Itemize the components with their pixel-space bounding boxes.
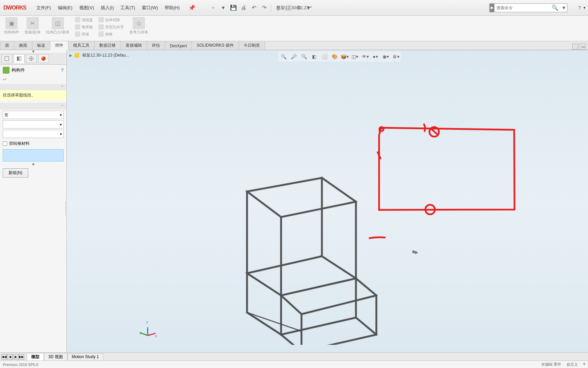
main-area: 构构件 ? ⮐ ⌃ 径选择草图线段。 ⌃ 宽▾ ▾ ▾ 部转移材料 新组(N) …: [0, 50, 588, 352]
panel-header: 构构件 ?: [0, 65, 66, 76]
menu-file[interactable]: 文件(F): [33, 3, 54, 13]
tab-face[interactable]: 面: [0, 41, 14, 50]
property-manager: 构构件 ? ⮐ ⌃ 径选择草图线段。 ⌃ 宽▾ ▾ ▾ 部转移材料 新组(N): [0, 50, 67, 352]
ref-geom-icon: ◇: [133, 17, 145, 29]
redo-icon[interactable]: ↷: [259, 3, 269, 13]
side-tab-property-mgr[interactable]: [14, 54, 24, 63]
tab-sw-addins[interactable]: SOLIDWORKS 插件: [192, 41, 239, 50]
section-header-1[interactable]: ⌃: [0, 84, 66, 90]
size-dropdown[interactable]: ▾: [3, 130, 64, 138]
x-label: x: [155, 334, 157, 338]
new-doc-icon[interactable]: ▫: [208, 3, 218, 13]
tab-weldments[interactable]: 焊件: [50, 41, 68, 50]
selection-box[interactable]: [3, 149, 64, 162]
feature-tabs: 面 曲面 钣金 焊件 模具工具 数据迁移 直接编辑 评估 DimXpert SO…: [0, 41, 588, 50]
bottom-tab-model[interactable]: 模型: [27, 353, 44, 361]
panel-message: 径选择草图线段。: [0, 90, 66, 100]
print-icon[interactable]: 🖨: [239, 3, 248, 13]
weld-bead-icon: [75, 31, 80, 37]
ribbon-structural-member[interactable]: ▣ 结构构件: [1, 16, 22, 40]
extrude-cut-icon: [98, 17, 104, 22]
tab-direct-edit[interactable]: 直接编辑: [120, 41, 147, 50]
hole-wizard-icon: [98, 24, 104, 30]
bottom-tab-bar: ◀◀ ◀ ▶ ▶▶ 模型 3D 视图 Motion Study 1: [0, 352, 588, 361]
ribbon-ref-geom[interactable]: ◇ 参考几何体: [127, 16, 151, 40]
tabs-expand-icon[interactable]: ⬜: [572, 44, 578, 50]
side-tab-feature-tree[interactable]: [1, 54, 12, 63]
main-menu: 文件(F) 编辑(E) 视图(V) 插入(I) 工具(T) 窗口(W) 帮助(H…: [33, 3, 183, 13]
dropdown-icon: ▾: [60, 132, 62, 136]
panel-title: 构构件: [12, 67, 61, 73]
tab-nav-last-icon[interactable]: ▶▶: [19, 354, 24, 359]
ribbon-weld-bead[interactable]: 焊缝: [74, 31, 94, 37]
ribbon-extrude-boss[interactable]: ◫ 拉伸凸台/基体: [43, 16, 72, 40]
app-logo: DWORKS: [0, 5, 30, 11]
menu-tools[interactable]: 工具(T): [117, 3, 138, 13]
command-search[interactable]: ▶ 🔍 ▾: [489, 3, 568, 12]
orientation-triad[interactable]: x y z: [142, 322, 159, 339]
title-bar: DWORKS 文件(F) 编辑(E) 视图(V) 插入(I) 工具(T) 窗口(…: [0, 0, 588, 16]
panel-help-icon[interactable]: ?: [61, 67, 64, 73]
help-dropdown-icon[interactable]: ▾: [584, 6, 585, 10]
menu-insert[interactable]: 插入(I): [97, 3, 117, 13]
search-dropdown-icon[interactable]: ▾: [560, 4, 567, 11]
tab-nav-next-icon[interactable]: ▶: [13, 354, 18, 359]
tab-surface[interactable]: 曲面: [14, 41, 32, 50]
menu-help[interactable]: 帮助(H): [161, 3, 183, 13]
standard-dropdown[interactable]: 宽▾: [3, 111, 64, 119]
x-axis: [148, 333, 156, 336]
svg-point-8: [44, 59, 45, 60]
tab-data-migration[interactable]: 数据迁移: [94, 41, 121, 50]
ribbon-gusset[interactable]: 角撑板: [74, 24, 94, 30]
tab-nav-prev-icon[interactable]: ◀: [7, 354, 13, 359]
ribbon-chamfer[interactable]: 倒角: [97, 31, 125, 37]
pin-icon[interactable]: 📌: [186, 3, 198, 12]
section-header-2[interactable]: ⌃: [0, 103, 66, 109]
open-doc-icon[interactable]: ▾: [218, 3, 228, 13]
y-label: y: [140, 331, 141, 335]
chevron-up-icon[interactable]: ⌃: [61, 85, 64, 89]
side-tab-appearance[interactable]: [38, 54, 49, 63]
search-magnify-icon[interactable]: 🔍: [550, 4, 560, 11]
pin-back-icon[interactable]: ⮐: [0, 76, 66, 82]
dropdown-icon: ▾: [60, 122, 62, 127]
tab-dimxpert[interactable]: DimXpert: [165, 42, 192, 50]
save-icon[interactable]: 💾: [229, 3, 238, 13]
trim-extend-icon: ✂: [27, 17, 39, 29]
search-menu-icon[interactable]: ▶: [490, 4, 494, 12]
ribbon-end-cap[interactable]: 顶端盖: [74, 16, 94, 23]
menu-edit[interactable]: 编辑(E): [54, 3, 76, 13]
search-input[interactable]: [494, 5, 550, 10]
tabs-close-icon[interactable]: ▭: [580, 44, 586, 50]
menu-window[interactable]: 窗口(W): [138, 3, 161, 13]
bottom-tab-motion[interactable]: Motion Study 1: [67, 353, 103, 360]
new-group-button[interactable]: 新组(N): [3, 168, 28, 178]
panel-divider[interactable]: [0, 163, 66, 166]
structural-member-icon: ▣: [5, 17, 18, 29]
ribbon-extrude-cut[interactable]: 拉伸切除: [97, 16, 125, 23]
ribbon-hole-wizard[interactable]: 异型孔向导: [97, 24, 125, 30]
tab-mold-tools[interactable]: 模具工具: [68, 41, 95, 50]
svg-rect-0: [5, 57, 9, 61]
undo-icon[interactable]: ↶: [249, 3, 259, 13]
chevron-up-icon[interactable]: ⌃: [61, 104, 64, 108]
panel-width-handle-top[interactable]: [0, 50, 66, 53]
svg-rect-2: [19, 57, 21, 61]
ribbon-trim-extend[interactable]: ✂ 剪裁/延伸: [22, 16, 43, 40]
extrude-boss-icon: ◫: [52, 17, 64, 29]
z-label: z: [146, 320, 148, 324]
transfer-material-input[interactable]: [3, 141, 7, 146]
menu-view[interactable]: 视图(V): [76, 3, 97, 13]
side-tab-config[interactable]: [26, 54, 37, 63]
transfer-material-checkbox[interactable]: 部转移材料: [0, 139, 66, 148]
graphics-viewport[interactable]: ▶ 🟨 框架12.30-12.23 (Defau... 🔍 🔎 🔍 ◧ ⬜ 🎨 …: [67, 50, 588, 352]
type-dropdown[interactable]: ▾: [3, 120, 64, 128]
tab-sheet-metal[interactable]: 钣金: [32, 41, 50, 50]
bottom-tab-3d-view[interactable]: 3D 视图: [44, 353, 67, 361]
status-custom[interactable]: 自定义: [567, 362, 578, 367]
help-question-icon[interactable]: ?: [578, 5, 581, 11]
tab-evaluate[interactable]: 评估: [147, 41, 165, 50]
tab-nav-first-icon[interactable]: ◀◀: [1, 354, 7, 359]
status-dropdown-icon[interactable]: ▾: [583, 362, 585, 367]
tab-today-mfg[interactable]: 今日制造: [239, 41, 265, 50]
